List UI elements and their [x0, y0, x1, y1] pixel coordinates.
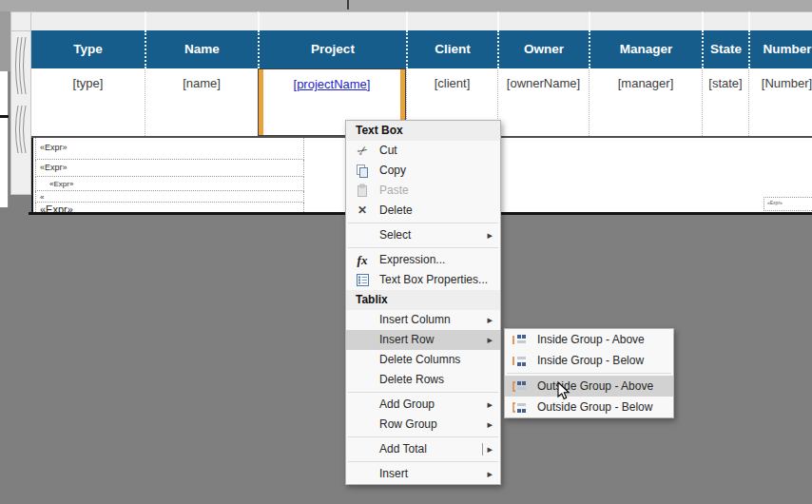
menu-item-label: Delete Rows [379, 373, 444, 386]
menu-item-label: Delete Columns [379, 353, 460, 366]
menu-item-delete-rows[interactable]: Delete Rows [346, 370, 500, 390]
data-cell-type[interactable]: [type] [31, 68, 145, 136]
menu-item-add-total[interactable]: Add Total [346, 439, 500, 459]
menu-item-label: Cut [379, 144, 397, 157]
column-handles-row [31, 11, 812, 30]
header-cell-type[interactable]: Type [31, 30, 145, 68]
menu-item-select[interactable]: Select [346, 225, 500, 245]
menu-item-label: Expression... [379, 253, 445, 266]
footer-expression-textbox[interactable]: «Expr» [35, 138, 304, 160]
menu-item-paste[interactable]: Paste [346, 181, 500, 201]
menu-separator [348, 436, 498, 437]
row-group-bracket-icon[interactable] [11, 31, 30, 100]
delete-icon: ✕ [353, 201, 372, 221]
data-cell-number[interactable]: [Number] [748, 68, 812, 136]
table-header-row: Type Name Project Client Owner Manager S… [31, 30, 812, 68]
header-cell-project[interactable]: Project [258, 30, 406, 68]
insert-row-outside-below-icon [512, 400, 528, 421]
header-cell-name[interactable]: Name [145, 30, 258, 68]
menu-item-label: Add Group [379, 397, 435, 411]
submenu-item-label: Outside Group - Above [537, 379, 653, 393]
menu-item-delete[interactable]: ✕ Delete [346, 201, 500, 221]
submenu-item-label: Inside Group - Below [537, 354, 644, 367]
data-cell-name[interactable]: [name] [145, 68, 258, 136]
menu-item-insert-column[interactable]: Insert Column [346, 310, 500, 330]
paste-icon [353, 181, 372, 201]
menu-separator [507, 373, 671, 374]
menu-item-delete-columns[interactable]: Delete Columns [346, 350, 500, 370]
menu-item-label: Insert Column [379, 313, 451, 326]
split-button-divider [482, 443, 483, 456]
left-ruler-strip [0, 11, 10, 71]
data-cell-state[interactable]: [state] [702, 68, 748, 136]
menu-item-text-box-properties[interactable]: Text Box Properties... [346, 270, 500, 290]
menu-section-header-tablix: Tablix [346, 290, 500, 310]
submenu-item-label: Outside Group - Below [537, 400, 652, 414]
menu-item-label: Delete [379, 204, 413, 217]
column-handle[interactable] [702, 11, 748, 30]
menu-item-label: Copy [379, 164, 406, 177]
menu-item-copy[interactable]: Copy [346, 161, 500, 181]
menu-item-label: Select [379, 228, 411, 242]
menu-separator [348, 223, 498, 223]
menu-item-label: Row Group [379, 417, 437, 431]
column-handle[interactable] [145, 11, 258, 30]
menu-separator [348, 247, 498, 248]
submenu-item-inside-group-above[interactable]: Inside Group - Above [505, 329, 673, 350]
menu-item-label: Insert Row [379, 333, 434, 346]
page-number-textbox[interactable]: «Expr» [764, 197, 812, 211]
copy-icon [353, 161, 372, 181]
data-cell-owner[interactable]: [ownerName] [497, 68, 589, 136]
fx-icon: fx [353, 250, 372, 270]
context-menu: Text Box ✂ Cut Copy Paste [345, 120, 501, 485]
row-group-bracket-icon[interactable] [11, 100, 30, 159]
column-handle[interactable] [748, 11, 812, 30]
footer-expression-textbox[interactable]: «Expr» [35, 160, 304, 177]
menu-item-row-group[interactable]: Row Group [346, 415, 500, 435]
menu-separator [348, 461, 498, 462]
footer-expression-textbox[interactable]: «Expr» [35, 177, 304, 191]
properties-icon [353, 270, 372, 290]
column-handle[interactable] [497, 11, 589, 30]
mouse-cursor [557, 381, 572, 402]
menu-item-expression[interactable]: fx Expression... [346, 250, 500, 270]
column-handle[interactable] [258, 11, 406, 30]
footer-expression-textbox[interactable]: « [35, 191, 304, 203]
top-ruler-strip [0, 0, 812, 11]
menu-item-label: Add Total [379, 442, 427, 456]
menu-item-label: Paste [379, 184, 409, 197]
cut-icon: ✂ [353, 141, 372, 161]
data-cell-manager[interactable]: [manager] [589, 68, 702, 136]
menu-item-insert[interactable]: Insert [346, 464, 500, 484]
menu-separator [348, 392, 498, 393]
selection-handle-left[interactable] [259, 69, 263, 135]
margin-tick [0, 115, 9, 118]
submenu-item-label: Inside Group - Above [537, 333, 645, 346]
menu-item-label: Text Box Properties... [379, 273, 488, 286]
header-cell-client[interactable]: Client [406, 30, 497, 68]
insert-row-inside-below-icon [512, 354, 528, 375]
column-handle[interactable] [589, 11, 702, 30]
menu-item-cut[interactable]: ✂ Cut [346, 141, 500, 161]
header-cell-number[interactable]: Number [748, 30, 812, 68]
menu-item-label: Insert [379, 467, 408, 480]
footer-textboxes: «Expr» «Expr» «Expr» « «Expr» [35, 138, 304, 214]
report-designer-canvas: Type Name Project Client Owner Manager S… [0, 0, 812, 504]
menu-item-add-group[interactable]: Add Group [346, 395, 500, 415]
ruler-tick [347, 0, 349, 10]
insert-row-submenu: Inside Group - Above Inside Group - Belo… [504, 328, 674, 418]
header-cell-manager[interactable]: Manager [589, 30, 702, 68]
header-cell-owner[interactable]: Owner [497, 30, 589, 68]
column-handle[interactable] [31, 11, 145, 30]
tablix-corner-handle[interactable] [11, 12, 30, 31]
page-left-margin [0, 71, 9, 207]
submenu-item-outside-group-below[interactable]: Outside Group - Below [505, 397, 673, 417]
submenu-item-outside-group-above[interactable]: Outside Group - Above [505, 376, 673, 397]
submenu-item-inside-group-below[interactable]: Inside Group - Below [505, 350, 673, 371]
project-name-link[interactable]: [projectName] [294, 77, 371, 91]
row-handle-column[interactable] [10, 11, 31, 195]
header-cell-state[interactable]: State [702, 30, 748, 68]
column-handle[interactable] [406, 11, 497, 30]
menu-item-insert-row[interactable]: Insert Row [346, 330, 500, 350]
menu-section-header-textbox: Text Box [346, 121, 500, 141]
